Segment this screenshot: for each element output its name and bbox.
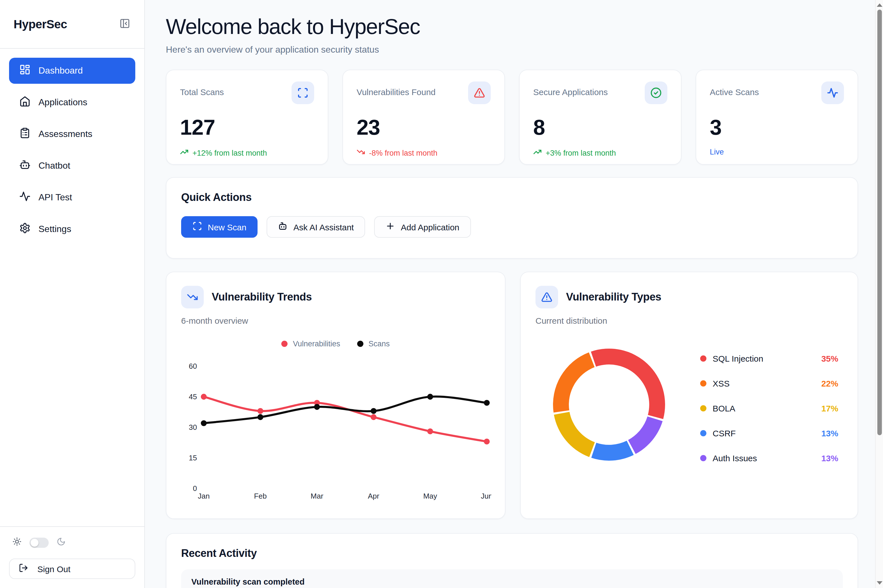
trending-up-icon: [533, 148, 542, 158]
check-circle-icon: [645, 81, 667, 104]
vulnerability-types-card: Vulnerability Types Current distribution…: [520, 272, 858, 519]
quick-actions-buttons: New Scan Ask AI Assistant Add Applicatio…: [181, 216, 843, 238]
hypersec-dashboard: HyperSec Dashboard Applications Assessme…: [0, 0, 883, 588]
quick-actions-title: Quick Actions: [181, 191, 843, 204]
legend-dot: [357, 341, 363, 347]
scan-icon: [291, 81, 314, 104]
new-scan-button[interactable]: New Scan: [181, 216, 258, 238]
svg-text:15: 15: [189, 454, 197, 462]
types-legend: SQL Injection 35% XSS 22% BOLA 17%: [700, 354, 838, 463]
legend-dot: [700, 380, 706, 387]
sidebar-item-assessments[interactable]: Assessments: [9, 121, 135, 147]
legend-label: SQL Injection: [713, 354, 763, 363]
ask-ai-assistant-label: Ask AI Assistant: [294, 222, 354, 232]
vulnerability-trends-card: Vulnerability Trends 6-month overview Vu…: [166, 272, 505, 519]
sidebar-item-label: Dashboard: [39, 66, 83, 76]
trends-legend: Vulnerabilities Scans: [181, 339, 490, 348]
legend-dot: [282, 341, 288, 347]
sidebar-item-chatbot[interactable]: Chatbot: [9, 153, 135, 179]
ask-ai-assistant-button[interactable]: Ask AI Assistant: [267, 216, 365, 238]
sidebar-item-api-test[interactable]: API Test: [9, 184, 135, 210]
svg-text:Jun: Jun: [481, 492, 491, 500]
legend-label: Vulnerabilities: [293, 339, 340, 348]
vertical-scrollbar: [875, 0, 883, 588]
scrollbar-thumb[interactable]: [877, 10, 882, 435]
stat-trend: Live: [710, 148, 844, 156]
legend-percent: 35%: [821, 354, 838, 363]
legend-percent: 13%: [821, 453, 838, 463]
legend-label: XSS: [713, 379, 730, 388]
toggle-knob: [31, 539, 39, 547]
activity-icon: [19, 191, 31, 204]
legend-label: BOLA: [713, 404, 735, 413]
trends-line-chart: 015304560JanFebMarAprMayJun: [181, 348, 491, 504]
scrollbar-up-arrow[interactable]: [877, 3, 882, 7]
main-content: Welcome back to HyperSec Here's an overv…: [145, 0, 875, 588]
stats-row: Total Scans 127 +12% from last month Vul…: [166, 70, 858, 165]
sidebar-footer: Sign Out: [0, 526, 144, 588]
log-out-icon: [19, 563, 28, 574]
moon-icon: [57, 537, 66, 548]
stat-value: 23: [357, 117, 491, 138]
svg-text:May: May: [423, 492, 437, 500]
legend-dot: [700, 356, 706, 362]
sign-out-label: Sign Out: [37, 564, 70, 574]
sidebar-item-settings[interactable]: Settings: [9, 216, 135, 242]
stat-trend: +3% from last month: [533, 148, 667, 158]
stat-label: Vulnerabilities Found: [357, 87, 436, 97]
recent-activity-card: Recent Activity Vulnerability scan compl…: [166, 533, 858, 588]
stat-value: 8: [533, 117, 667, 138]
stat-trend-label: +12% from last month: [192, 148, 267, 157]
sidebar-item-label: Chatbot: [39, 161, 70, 171]
stat-label: Total Scans: [180, 87, 224, 97]
stat-label: Secure Applications: [533, 87, 608, 97]
legend-percent: 13%: [821, 428, 838, 438]
dashboard-icon: [19, 64, 31, 78]
legend-item-sql-injection: SQL Injection 35%: [700, 354, 838, 363]
legend-dot: [700, 430, 706, 436]
activity-item-title: Vulnerability scan completed: [191, 577, 833, 586]
legend-dot: [700, 455, 706, 461]
stat-value: 127: [180, 117, 314, 138]
legend-label: Scans: [369, 339, 390, 348]
sidebar-item-label: API Test: [39, 192, 72, 202]
scrollbar-down-arrow[interactable]: [877, 581, 882, 585]
alert-triangle-icon: [535, 286, 558, 308]
trending-up-icon: [180, 148, 189, 158]
legend-percent: 17%: [821, 404, 838, 413]
plus-icon: [385, 221, 395, 232]
sidebar-nav: Dashboard Applications Assessments Chatb…: [0, 49, 144, 526]
sidebar-item-dashboard[interactable]: Dashboard: [9, 58, 135, 84]
sidebar-collapse-button[interactable]: [117, 17, 132, 32]
sidebar-header: HyperSec: [0, 0, 144, 49]
legend-item-csrf: CSRF 13%: [700, 428, 838, 438]
legend-item-vulnerabilities: Vulnerabilities: [282, 339, 340, 348]
add-application-button[interactable]: Add Application: [374, 216, 471, 238]
page-title: Welcome back to HyperSec: [166, 15, 858, 39]
clipboard-icon: [19, 128, 31, 141]
charts-row: Vulnerability Trends 6-month overview Vu…: [166, 272, 858, 519]
gear-icon: [19, 222, 31, 236]
stat-value: 3: [710, 117, 844, 138]
quick-actions-card: Quick Actions New Scan Ask AI Assistant …: [166, 177, 858, 259]
theme-switcher: [9, 537, 135, 548]
stat-card-secure-applications: Secure Applications 8 +3% from last mont…: [519, 70, 682, 165]
legend-item-auth-issues: Auth Issues 13%: [700, 453, 838, 463]
trends-title: Vulnerability Trends: [212, 291, 312, 303]
legend-percent: 22%: [821, 379, 838, 388]
sidebar-item-label: Settings: [39, 224, 71, 234]
panel-collapse-icon: [119, 18, 130, 30]
legend-dot: [700, 405, 706, 411]
dark-mode-toggle[interactable]: [29, 538, 49, 548]
trending-down-icon: [181, 286, 204, 308]
sidebar-item-applications[interactable]: Applications: [9, 89, 135, 116]
stat-card-total-scans: Total Scans 127 +12% from last month: [166, 70, 328, 165]
types-donut-chart: [551, 347, 667, 462]
legend-label: Auth Issues: [713, 453, 757, 463]
svg-text:0: 0: [193, 484, 197, 493]
recent-activity-title: Recent Activity: [181, 547, 843, 560]
alert-triangle-icon: [468, 81, 491, 104]
sign-out-button[interactable]: Sign Out: [9, 559, 135, 579]
stat-card-active-scans: Active Scans 3 Live: [696, 70, 858, 165]
stat-trend: +12% from last month: [180, 148, 314, 158]
